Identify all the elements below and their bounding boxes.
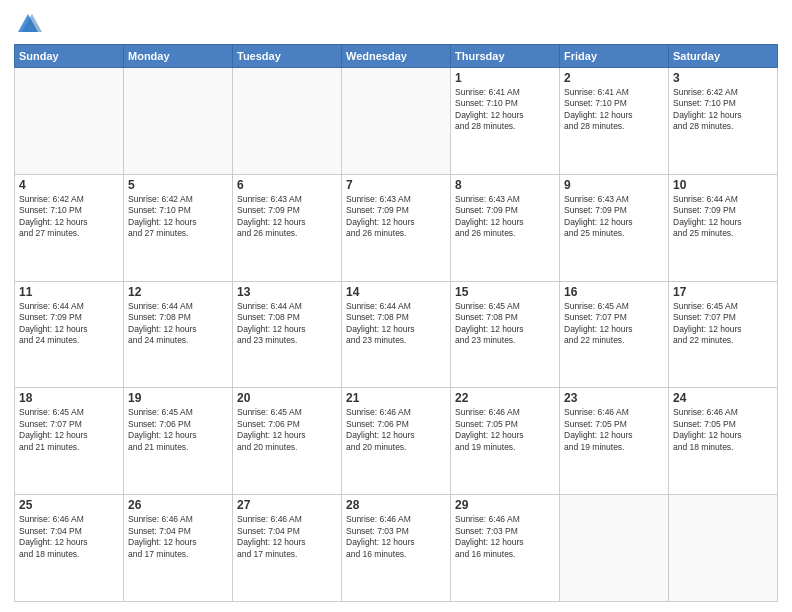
calendar-cell: 27Sunrise: 6:46 AM Sunset: 7:04 PM Dayli…: [233, 495, 342, 602]
calendar-cell: [342, 68, 451, 175]
day-info: Sunrise: 6:45 AM Sunset: 7:07 PM Dayligh…: [564, 301, 664, 347]
calendar-cell: 23Sunrise: 6:46 AM Sunset: 7:05 PM Dayli…: [560, 388, 669, 495]
day-info: Sunrise: 6:46 AM Sunset: 7:04 PM Dayligh…: [19, 514, 119, 560]
calendar-cell: 4Sunrise: 6:42 AM Sunset: 7:10 PM Daylig…: [15, 174, 124, 281]
weekday-header-thursday: Thursday: [451, 45, 560, 68]
calendar-cell: 14Sunrise: 6:44 AM Sunset: 7:08 PM Dayli…: [342, 281, 451, 388]
calendar-cell: 26Sunrise: 6:46 AM Sunset: 7:04 PM Dayli…: [124, 495, 233, 602]
day-number: 18: [19, 391, 119, 405]
day-info: Sunrise: 6:42 AM Sunset: 7:10 PM Dayligh…: [128, 194, 228, 240]
day-number: 21: [346, 391, 446, 405]
calendar-cell: 6Sunrise: 6:43 AM Sunset: 7:09 PM Daylig…: [233, 174, 342, 281]
calendar-cell: [669, 495, 778, 602]
day-info: Sunrise: 6:45 AM Sunset: 7:07 PM Dayligh…: [19, 407, 119, 453]
calendar-cell: 19Sunrise: 6:45 AM Sunset: 7:06 PM Dayli…: [124, 388, 233, 495]
calendar-cell: [233, 68, 342, 175]
day-number: 15: [455, 285, 555, 299]
day-number: 27: [237, 498, 337, 512]
logo: [14, 10, 44, 38]
page: SundayMondayTuesdayWednesdayThursdayFrid…: [0, 0, 792, 612]
calendar-cell: 17Sunrise: 6:45 AM Sunset: 7:07 PM Dayli…: [669, 281, 778, 388]
day-number: 20: [237, 391, 337, 405]
calendar-cell: 24Sunrise: 6:46 AM Sunset: 7:05 PM Dayli…: [669, 388, 778, 495]
day-info: Sunrise: 6:46 AM Sunset: 7:05 PM Dayligh…: [564, 407, 664, 453]
day-number: 3: [673, 71, 773, 85]
day-info: Sunrise: 6:43 AM Sunset: 7:09 PM Dayligh…: [455, 194, 555, 240]
day-number: 14: [346, 285, 446, 299]
calendar-week-0: 1Sunrise: 6:41 AM Sunset: 7:10 PM Daylig…: [15, 68, 778, 175]
weekday-header-monday: Monday: [124, 45, 233, 68]
calendar-cell: 25Sunrise: 6:46 AM Sunset: 7:04 PM Dayli…: [15, 495, 124, 602]
calendar-cell: 5Sunrise: 6:42 AM Sunset: 7:10 PM Daylig…: [124, 174, 233, 281]
day-info: Sunrise: 6:42 AM Sunset: 7:10 PM Dayligh…: [19, 194, 119, 240]
logo-icon: [14, 10, 42, 38]
day-number: 19: [128, 391, 228, 405]
calendar-week-1: 4Sunrise: 6:42 AM Sunset: 7:10 PM Daylig…: [15, 174, 778, 281]
calendar-cell: 7Sunrise: 6:43 AM Sunset: 7:09 PM Daylig…: [342, 174, 451, 281]
day-info: Sunrise: 6:42 AM Sunset: 7:10 PM Dayligh…: [673, 87, 773, 133]
calendar-cell: 8Sunrise: 6:43 AM Sunset: 7:09 PM Daylig…: [451, 174, 560, 281]
day-number: 11: [19, 285, 119, 299]
calendar-week-2: 11Sunrise: 6:44 AM Sunset: 7:09 PM Dayli…: [15, 281, 778, 388]
day-number: 2: [564, 71, 664, 85]
calendar-cell: 2Sunrise: 6:41 AM Sunset: 7:10 PM Daylig…: [560, 68, 669, 175]
calendar-cell: [560, 495, 669, 602]
calendar-cell: 29Sunrise: 6:46 AM Sunset: 7:03 PM Dayli…: [451, 495, 560, 602]
day-number: 7: [346, 178, 446, 192]
day-info: Sunrise: 6:45 AM Sunset: 7:06 PM Dayligh…: [237, 407, 337, 453]
day-number: 22: [455, 391, 555, 405]
day-number: 12: [128, 285, 228, 299]
weekday-header-wednesday: Wednesday: [342, 45, 451, 68]
day-info: Sunrise: 6:46 AM Sunset: 7:04 PM Dayligh…: [237, 514, 337, 560]
calendar-week-4: 25Sunrise: 6:46 AM Sunset: 7:04 PM Dayli…: [15, 495, 778, 602]
day-number: 24: [673, 391, 773, 405]
calendar-week-3: 18Sunrise: 6:45 AM Sunset: 7:07 PM Dayli…: [15, 388, 778, 495]
day-number: 9: [564, 178, 664, 192]
day-info: Sunrise: 6:43 AM Sunset: 7:09 PM Dayligh…: [564, 194, 664, 240]
day-info: Sunrise: 6:44 AM Sunset: 7:08 PM Dayligh…: [128, 301, 228, 347]
weekday-header-sunday: Sunday: [15, 45, 124, 68]
day-number: 28: [346, 498, 446, 512]
day-number: 25: [19, 498, 119, 512]
calendar-cell: 11Sunrise: 6:44 AM Sunset: 7:09 PM Dayli…: [15, 281, 124, 388]
calendar-cell: 20Sunrise: 6:45 AM Sunset: 7:06 PM Dayli…: [233, 388, 342, 495]
day-info: Sunrise: 6:46 AM Sunset: 7:06 PM Dayligh…: [346, 407, 446, 453]
day-number: 5: [128, 178, 228, 192]
calendar-cell: 3Sunrise: 6:42 AM Sunset: 7:10 PM Daylig…: [669, 68, 778, 175]
day-number: 13: [237, 285, 337, 299]
day-number: 23: [564, 391, 664, 405]
day-info: Sunrise: 6:46 AM Sunset: 7:04 PM Dayligh…: [128, 514, 228, 560]
day-number: 6: [237, 178, 337, 192]
day-info: Sunrise: 6:43 AM Sunset: 7:09 PM Dayligh…: [237, 194, 337, 240]
day-info: Sunrise: 6:44 AM Sunset: 7:08 PM Dayligh…: [237, 301, 337, 347]
day-info: Sunrise: 6:44 AM Sunset: 7:09 PM Dayligh…: [19, 301, 119, 347]
calendar-cell: 1Sunrise: 6:41 AM Sunset: 7:10 PM Daylig…: [451, 68, 560, 175]
day-info: Sunrise: 6:44 AM Sunset: 7:08 PM Dayligh…: [346, 301, 446, 347]
day-info: Sunrise: 6:41 AM Sunset: 7:10 PM Dayligh…: [455, 87, 555, 133]
calendar-cell: 21Sunrise: 6:46 AM Sunset: 7:06 PM Dayli…: [342, 388, 451, 495]
day-info: Sunrise: 6:46 AM Sunset: 7:03 PM Dayligh…: [346, 514, 446, 560]
header: [14, 10, 778, 38]
day-number: 1: [455, 71, 555, 85]
day-info: Sunrise: 6:41 AM Sunset: 7:10 PM Dayligh…: [564, 87, 664, 133]
weekday-header-friday: Friday: [560, 45, 669, 68]
day-info: Sunrise: 6:45 AM Sunset: 7:08 PM Dayligh…: [455, 301, 555, 347]
calendar-cell: [15, 68, 124, 175]
calendar-cell: 13Sunrise: 6:44 AM Sunset: 7:08 PM Dayli…: [233, 281, 342, 388]
calendar-cell: 12Sunrise: 6:44 AM Sunset: 7:08 PM Dayli…: [124, 281, 233, 388]
day-info: Sunrise: 6:45 AM Sunset: 7:06 PM Dayligh…: [128, 407, 228, 453]
calendar-cell: 18Sunrise: 6:45 AM Sunset: 7:07 PM Dayli…: [15, 388, 124, 495]
day-number: 29: [455, 498, 555, 512]
weekday-header-row: SundayMondayTuesdayWednesdayThursdayFrid…: [15, 45, 778, 68]
calendar-cell: 15Sunrise: 6:45 AM Sunset: 7:08 PM Dayli…: [451, 281, 560, 388]
weekday-header-tuesday: Tuesday: [233, 45, 342, 68]
day-number: 16: [564, 285, 664, 299]
day-number: 8: [455, 178, 555, 192]
day-info: Sunrise: 6:44 AM Sunset: 7:09 PM Dayligh…: [673, 194, 773, 240]
calendar-cell: 9Sunrise: 6:43 AM Sunset: 7:09 PM Daylig…: [560, 174, 669, 281]
day-info: Sunrise: 6:43 AM Sunset: 7:09 PM Dayligh…: [346, 194, 446, 240]
calendar-cell: 28Sunrise: 6:46 AM Sunset: 7:03 PM Dayli…: [342, 495, 451, 602]
day-number: 10: [673, 178, 773, 192]
day-number: 26: [128, 498, 228, 512]
calendar-cell: 16Sunrise: 6:45 AM Sunset: 7:07 PM Dayli…: [560, 281, 669, 388]
